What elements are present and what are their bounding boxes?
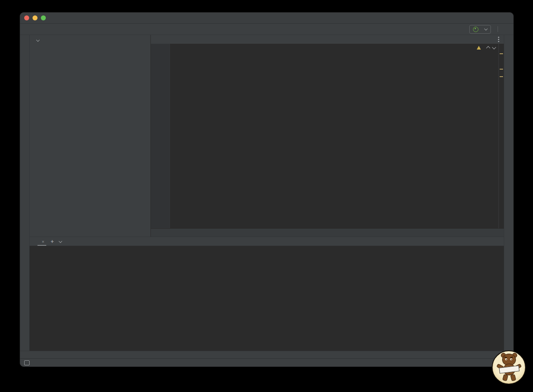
zoom-button[interactable] (41, 15, 46, 20)
warning-stripe-mark (500, 76, 503, 77)
chevron-down-icon[interactable] (59, 239, 62, 242)
navigation-bar (20, 24, 513, 35)
left-tool-stripe (20, 35, 30, 351)
project-tool-window (30, 35, 151, 237)
run-configuration-select[interactable] (469, 25, 491, 34)
minimize-button[interactable] (33, 15, 38, 20)
code-lines (151, 44, 504, 45)
close-button[interactable] (24, 15, 29, 20)
editor-scrollbar[interactable] (498, 44, 504, 228)
terminal-output[interactable] (30, 246, 504, 351)
chevron-down-icon (484, 27, 488, 30)
editor-gutter (151, 44, 170, 228)
editor-breadcrumbs (151, 228, 504, 237)
editor-tab-bar (151, 35, 504, 44)
new-terminal-button[interactable] (50, 239, 54, 244)
warning-icon (477, 46, 481, 50)
spring-boot-icon (473, 27, 478, 32)
code-editor[interactable] (151, 44, 504, 228)
chevron-down-icon (36, 38, 40, 42)
center-column: × (30, 35, 504, 351)
villain-bear-sticker (492, 350, 526, 385)
warning-stripe-mark (500, 69, 503, 70)
tab-options-button[interactable] (493, 35, 504, 44)
terminal-header: × (30, 237, 504, 246)
main-toolbar (466, 25, 509, 34)
project-header (30, 35, 150, 46)
project-view-select[interactable] (33, 40, 39, 41)
close-icon[interactable]: × (42, 239, 44, 244)
status-bar (20, 358, 513, 367)
bear-eye (505, 358, 507, 360)
tool-window-bar (20, 351, 513, 358)
toolbar-divider (498, 26, 498, 32)
next-problem-icon[interactable] (492, 45, 496, 49)
more-icon (498, 39, 499, 40)
right-tool-stripe (504, 35, 513, 351)
warning-stripe-mark (500, 53, 503, 54)
window-layout-icon[interactable] (24, 360, 30, 365)
inspection-widget[interactable] (477, 45, 495, 50)
previous-problem-icon[interactable] (486, 46, 490, 50)
bear-leg (510, 374, 516, 381)
bear-leg (502, 374, 508, 381)
app-window: × (20, 12, 513, 367)
title-bar (20, 12, 513, 24)
bear-eye (510, 358, 512, 360)
screenshot-canvas: { "palette":{"panel":"#3c3f41","editor_b… (0, 0, 533, 392)
project-tree (30, 46, 150, 237)
top-row (30, 35, 504, 237)
terminal-tab-local[interactable]: × (38, 237, 46, 246)
main-area: × (20, 35, 513, 351)
editor-area (151, 35, 504, 237)
